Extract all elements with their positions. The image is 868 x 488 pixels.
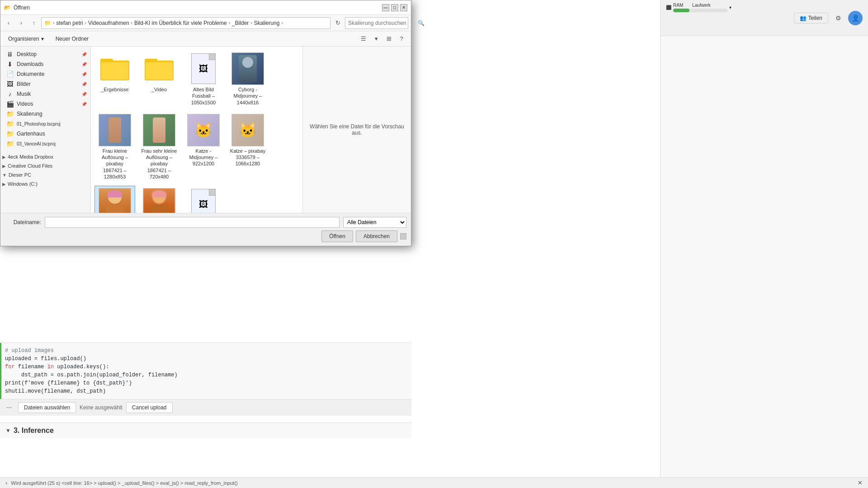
chevron-down-icon[interactable]: ▾	[729, 5, 731, 10]
list-item[interactable]: Frau kleine Auflösung – pixabay 1867421 …	[94, 112, 135, 182]
address-field[interactable]: 📁 › stefan petri › Videoaufnahmen › Bild…	[41, 17, 330, 29]
file-label: Katze - Midjourney – 922x1200	[185, 148, 222, 167]
sidebar-item-bilder[interactable]: 🖼 Bilder 📌	[0, 79, 90, 89]
svg-rect-1	[100, 59, 113, 62]
open-btn[interactable]: Öffnen	[321, 230, 353, 242]
avatar[interactable]: 👤	[848, 11, 863, 25]
search-input[interactable]	[348, 20, 416, 26]
file-label: _Video	[151, 86, 167, 93]
pin-icon: 📌	[81, 52, 87, 57]
minimize-btn[interactable]: —	[382, 4, 389, 11]
pin-icon: 📌	[81, 102, 87, 107]
folder-icon: 📁	[6, 120, 14, 127]
musik-icon: ♪	[6, 90, 14, 98]
settings-btn[interactable]: ⚙	[832, 12, 844, 24]
file-icon-mann-verschwommen	[143, 188, 175, 213]
list-item[interactable]: _Video	[139, 50, 179, 108]
sidebar-item-musik[interactable]: ♪ Musik 📌	[0, 89, 90, 99]
videos-icon: 🎬	[6, 100, 14, 108]
sidebar-item-gartenhaus[interactable]: 📁 Gartenhaus	[0, 129, 90, 139]
filetype-select[interactable]: Alle Dateien	[343, 217, 406, 228]
select-files-btn[interactable]: Dateien auswählen	[18, 402, 76, 413]
pin-icon: 📌	[81, 82, 87, 87]
refresh-btn[interactable]: ↻	[332, 18, 343, 28]
sidebar-group-windows[interactable]: ▶ Windows (C:)	[0, 179, 90, 188]
sidebar-item-downloads[interactable]: ⬇ Downloads 📌	[0, 59, 90, 69]
list-item[interactable]: 🐱 Katze – pixabay 3336579 – 1066x1280	[227, 112, 268, 182]
view-dropdown-btn[interactable]: ▾	[370, 33, 382, 45]
status-text: Wird ausgeführt (25 s) <cell line: 16> >…	[11, 480, 237, 486]
file-icon-katze-midjourney: 🐱	[187, 114, 220, 146]
new-folder-btn[interactable]: Neuer Ordner	[52, 33, 93, 45]
share-icon: 👥	[800, 15, 807, 21]
folder-icon: 📁	[6, 140, 14, 147]
file-label: Altes Bild Fussball – 1050x1500	[185, 86, 222, 106]
chevron-down-icon: ▾	[41, 36, 44, 42]
section-title: 3. Inference	[14, 427, 54, 435]
dialog-sidebar: 🖥 Desktop 📌 ⬇ Downloads 📌 📄 Dokumente 📌 …	[0, 47, 91, 213]
view-controls: ☰ ▾ ⊞ ?	[358, 33, 407, 45]
folder-icon-ergebnisse	[99, 52, 131, 85]
close-status-btn[interactable]: ✕	[858, 479, 863, 486]
up-btn[interactable]: ↑	[28, 18, 39, 28]
sidebar-item-skalierung[interactable]: 📁 Skalierung	[0, 109, 90, 119]
cancel-btn[interactable]: Abbrechen	[356, 230, 397, 242]
dialog-bottom: Dateiname: Alle Dateien Öffnen Abbrechen	[0, 213, 411, 246]
list-item[interactable]: Mann – Pixabay 613601 – 1280x1280_versch…	[139, 186, 179, 213]
breadcrumb-4[interactable]: _Bilder	[232, 20, 249, 26]
resize-handle[interactable]	[400, 233, 406, 239]
right-panel-body	[660, 36, 868, 51]
forward-btn[interactable]: ›	[16, 18, 27, 28]
sidebar-item-label: Gartenhaus	[17, 131, 45, 137]
list-item[interactable]: 🐱 Katze - Midjourney – 922x1200	[183, 112, 224, 182]
nav-prev-btn[interactable]: ‹	[5, 479, 7, 486]
svg-rect-4	[145, 59, 157, 62]
file-label: Frau kleine Auflösung – pixabay 1867421 …	[97, 148, 133, 180]
filename-input[interactable]	[45, 217, 340, 228]
breadcrumb-1[interactable]: stefan petri	[56, 20, 83, 26]
view-details-btn[interactable]: ☰	[358, 33, 369, 45]
sidebar-group-dropbox[interactable]: ▶ 4eck Media Dropbox	[0, 152, 90, 161]
back-btn[interactable]: ‹	[3, 18, 14, 28]
no-file-status: Keine ausgewählt	[80, 404, 123, 411]
view-grid-btn[interactable]: ⊞	[383, 33, 395, 45]
desktop-icon: 🖥	[6, 51, 14, 58]
section-expand-icon[interactable]: ▼	[5, 427, 11, 434]
organize-btn[interactable]: Organisieren ▾	[4, 33, 48, 45]
close-btn[interactable]: ✕	[400, 4, 407, 11]
folder-icon: 📁	[6, 110, 14, 117]
right-panel-header: ⬛ RAM Laufwerk ▾ 👥 Teilen ⚙ 👤	[660, 0, 868, 36]
search-icon: 🔍	[418, 20, 425, 26]
filename-row: Dateiname: Alle Dateien	[5, 217, 406, 228]
list-item[interactable]: Frau sehr kleine Auflösung – pixabay 186…	[139, 112, 179, 182]
list-item[interactable]: _Ergebnisse	[94, 50, 135, 108]
list-item[interactable]: Cyborg - Midjourney – 1440x816	[227, 50, 268, 108]
sidebar-group-creative-cloud[interactable]: ▶ Creative Cloud Files	[0, 161, 90, 170]
share-btn[interactable]: 👥 Teilen	[794, 13, 828, 23]
more-options-btn[interactable]: ···	[4, 402, 14, 413]
file-icon-frau-kleine	[99, 114, 131, 146]
sidebar-item-label: Musik	[17, 91, 31, 97]
sidebar-item-videos[interactable]: 🎬 Videos 📌	[0, 99, 90, 109]
file-icon-altes-bild: 🖼	[187, 52, 220, 85]
sidebar-group-dieser-pc[interactable]: ▼ Dieser PC	[0, 170, 90, 179]
sidebar-item-photoshop[interactable]: 📁 01_Photoshop.tscproj	[0, 119, 90, 129]
list-item[interactable]: 🖼 Stefan Passfoto – 525x699	[183, 186, 224, 213]
search-bar[interactable]: 🔍	[345, 17, 408, 29]
view-help-btn[interactable]: ?	[396, 33, 407, 45]
breadcrumb-2[interactable]: Videoaufnahmen	[88, 20, 129, 26]
chevron-right-icon: ▶	[2, 164, 6, 169]
sidebar-item-dokumente[interactable]: 📄 Dokumente 📌	[0, 69, 90, 79]
list-item[interactable]: 🖼 Altes Bild Fussball – 1050x1500	[183, 50, 224, 108]
pin-icon: 📌	[81, 62, 87, 67]
breadcrumb-5[interactable]: Skalierung	[254, 20, 280, 26]
breadcrumb-3[interactable]: Bild-KI im Überblick für viele Probleme	[134, 20, 227, 26]
sidebar-item-desktop[interactable]: 🖥 Desktop 📌	[0, 49, 90, 59]
pin-icon: 📌	[81, 72, 87, 77]
maximize-btn[interactable]: □	[391, 4, 398, 11]
sidebar-item-vanceai[interactable]: 📁 03_VanceAI.tscproj	[0, 139, 90, 149]
ram-section: ⬛ RAM Laufwerk ▾	[666, 3, 731, 12]
list-item[interactable]: Mann – Pixabay 613601 – 1280x1280_origin…	[94, 186, 135, 213]
cancel-upload-btn[interactable]: Cancel upload	[126, 402, 173, 413]
ram-bar	[673, 9, 727, 12]
